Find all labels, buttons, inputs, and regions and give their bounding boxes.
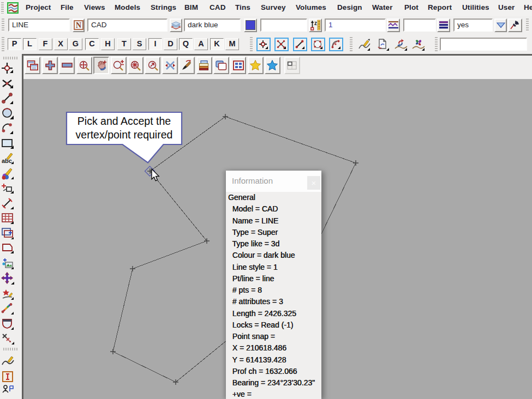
svg-text:N: N [76, 21, 81, 29]
svg-text:z: z [314, 20, 317, 26]
